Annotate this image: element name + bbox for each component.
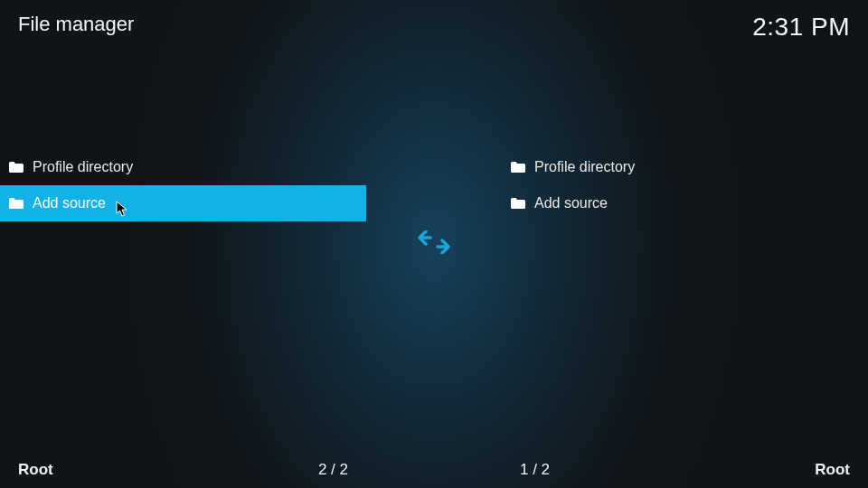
path-label: Root bbox=[18, 461, 53, 479]
list-item-label: Profile directory bbox=[33, 159, 133, 175]
page-title: File manager bbox=[18, 13, 134, 36]
item-count: 2 / 2 bbox=[318, 461, 348, 479]
list-item-label: Profile directory bbox=[534, 159, 635, 175]
folder-icon bbox=[9, 162, 24, 173]
footer: Root 2 / 2 1 / 2 Root bbox=[0, 461, 868, 479]
list-item-label: Add source bbox=[33, 195, 106, 211]
transfer-arrows-icon bbox=[418, 230, 450, 254]
list-item[interactable]: Profile directory bbox=[502, 149, 868, 185]
header: File manager 2:31 PM bbox=[18, 13, 850, 42]
list-item[interactable]: Add source bbox=[502, 185, 868, 221]
folder-icon bbox=[511, 162, 525, 173]
footer-right: 1 / 2 Root bbox=[502, 461, 868, 479]
footer-left: Root 2 / 2 bbox=[0, 461, 366, 479]
list-item[interactable]: Profile directory bbox=[0, 149, 366, 185]
right-pane: Profile directory Add source bbox=[502, 149, 868, 452]
folder-icon bbox=[9, 198, 24, 209]
left-pane: Profile directory Add source bbox=[0, 149, 366, 452]
item-count: 1 / 2 bbox=[520, 461, 550, 479]
center-divider bbox=[366, 149, 502, 452]
folder-icon bbox=[511, 198, 525, 209]
list-item[interactable]: Add source bbox=[0, 185, 366, 221]
clock: 2:31 PM bbox=[752, 13, 850, 42]
list-item-label: Add source bbox=[534, 195, 608, 211]
path-label: Root bbox=[815, 461, 850, 479]
